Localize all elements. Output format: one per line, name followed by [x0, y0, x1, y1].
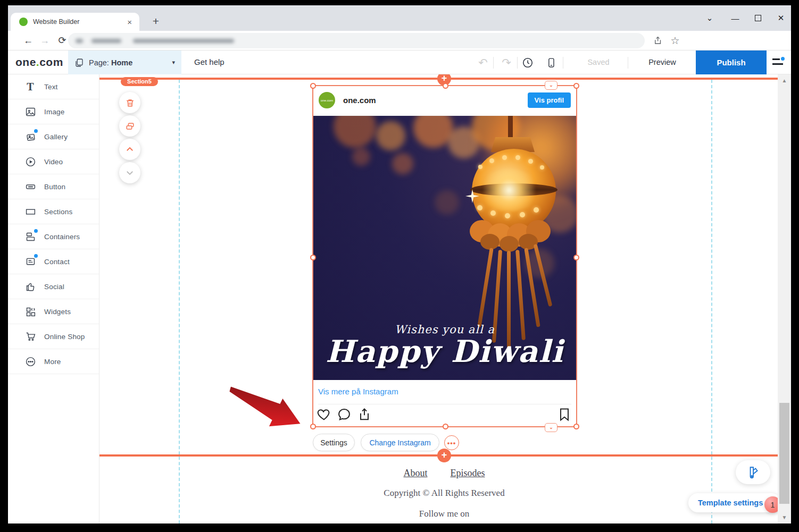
- bookmark-star-icon[interactable]: ☆: [668, 33, 683, 48]
- notification-dot: [34, 129, 38, 133]
- sidebar-item-social[interactable]: Social: [8, 274, 99, 299]
- sidebar-item-more[interactable]: More: [8, 349, 99, 374]
- footer-link-about[interactable]: About: [404, 468, 428, 478]
- sidebar-item-button[interactable]: Button: [8, 174, 99, 199]
- site-footer-links: About Episodes: [99, 468, 778, 479]
- share-post-icon[interactable]: [357, 407, 372, 422]
- scrollbar-thumb[interactable]: [779, 403, 789, 504]
- sidebar-item-label: Containers: [44, 233, 80, 241]
- button-icon: [24, 181, 36, 192]
- preview-button[interactable]: Preview: [644, 58, 681, 66]
- builder-toolbar: one.com Page: Home ▾ Get help ↶ ↷ Saved …: [8, 50, 791, 74]
- trash-icon: [125, 98, 135, 108]
- template-settings-badge: 1: [764, 496, 778, 513]
- cart-icon: [24, 331, 36, 342]
- menu-line: [772, 58, 780, 60]
- sidebar-item-gallery[interactable]: Gallery: [8, 124, 99, 149]
- avatar: one.com: [319, 92, 335, 108]
- page-scrollbar[interactable]: ▲ ▼: [778, 74, 791, 523]
- page-selector[interactable]: Page: Home ▾: [68, 50, 181, 74]
- notification-dot: [34, 229, 38, 233]
- settings-menu-button[interactable]: [772, 57, 785, 67]
- notification-dot: [781, 57, 785, 61]
- greeting-text: Wishes you all a Happy Diwali: [312, 323, 577, 366]
- section-label: Section5: [121, 77, 158, 86]
- sidebar-item-online-shop[interactable]: Online Shop: [8, 324, 99, 349]
- view-profile-button[interactable]: Vis profil: [528, 92, 571, 108]
- move-section-down-button[interactable]: [119, 162, 140, 183]
- sidebar-item-label: Gallery: [44, 133, 68, 141]
- current-page-name: Home: [111, 58, 132, 67]
- change-instagram-button[interactable]: Change Instagram: [361, 434, 439, 451]
- design-panel-button[interactable]: [736, 460, 770, 484]
- sidebar-item-widgets[interactable]: Widgets: [8, 299, 99, 324]
- window-chevron-icon[interactable]: ⌄: [704, 13, 715, 23]
- gallery-icon: [24, 131, 36, 142]
- window-close-button[interactable]: ✕: [775, 13, 787, 23]
- instagram-widget[interactable]: one.com one.com Vis profil: [312, 85, 577, 427]
- redo-button[interactable]: ↷: [498, 55, 514, 71]
- add-section-button-top[interactable]: +: [437, 74, 451, 86]
- reload-button[interactable]: ⟳: [55, 33, 70, 48]
- move-section-up-button[interactable]: [119, 139, 140, 160]
- lantern-rod: [508, 116, 513, 140]
- chevron-up-icon: [125, 145, 135, 154]
- page-selector-label: Page: Home: [89, 58, 132, 67]
- sparkle-icon: [465, 189, 479, 203]
- layout-guide-left: [179, 80, 180, 523]
- sidebar-item-containers[interactable]: Containers: [8, 224, 99, 249]
- bookmark-save-icon[interactable]: [557, 407, 572, 422]
- sidebar-item-label: More: [44, 358, 61, 366]
- add-section-button-bottom[interactable]: +: [437, 449, 451, 462]
- comment-icon[interactable]: [337, 407, 352, 422]
- forward-button[interactable]: →: [37, 33, 52, 48]
- mobile-preview-button[interactable]: [543, 55, 559, 71]
- scroll-up-icon[interactable]: ▲: [778, 78, 791, 83]
- sidebar-item-image[interactable]: Image: [8, 99, 99, 124]
- sidebar-item-label: Button: [44, 183, 65, 191]
- sidebar-item-label: Sections: [44, 208, 72, 216]
- browser-tab[interactable]: Website Builder ×: [11, 13, 139, 31]
- new-tab-button[interactable]: +: [147, 13, 164, 30]
- thumbs-up-icon: [24, 281, 36, 292]
- window-controls: ⌄ — ✕: [704, 5, 787, 31]
- sidebar-item-label: Image: [44, 108, 65, 116]
- scroll-down-icon[interactable]: ▼: [778, 514, 791, 520]
- tab-favicon-icon: [19, 18, 28, 26]
- site-info-icon: [76, 39, 83, 43]
- notification-dot: [34, 254, 38, 258]
- window-minimize-button[interactable]: —: [729, 14, 741, 23]
- more-icon: [24, 356, 36, 367]
- image-icon: [24, 106, 36, 117]
- url-bar[interactable]: [68, 33, 645, 48]
- back-button[interactable]: ←: [21, 33, 36, 48]
- delete-section-button[interactable]: [119, 92, 140, 113]
- publish-button[interactable]: Publish: [696, 50, 767, 74]
- browser-navbar: ← → ⟳ ☆: [8, 31, 791, 50]
- share-icon[interactable]: [651, 33, 665, 48]
- widget-collapse-tag-top[interactable]: ⌄: [545, 81, 557, 90]
- window-maximize-button[interactable]: [755, 15, 761, 21]
- footer-link-episodes[interactable]: Episodes: [451, 468, 485, 478]
- sidebar-item-contact[interactable]: Contact: [8, 249, 99, 274]
- pages-icon: [74, 58, 84, 67]
- like-heart-icon[interactable]: [317, 407, 331, 422]
- red-pointer-arrow: [221, 374, 309, 442]
- sidebar-item-sections[interactable]: Sections: [8, 199, 99, 224]
- sidebar-item-video[interactable]: Video: [8, 149, 99, 174]
- sidebar-item-label: Social: [44, 283, 64, 291]
- instagram-header: one.com one.com Vis profil: [312, 85, 577, 116]
- more-options-button[interactable]: •••: [444, 435, 459, 450]
- layout-guide-right: [711, 80, 712, 523]
- view-more-instagram-link[interactable]: Vis mere på Instagram: [318, 387, 398, 396]
- tab-close-icon[interactable]: ×: [125, 18, 134, 27]
- sidebar-item-text[interactable]: T Text: [8, 74, 99, 99]
- undo-button[interactable]: ↶: [475, 55, 491, 71]
- editor-canvas: Section5 + one.com one.com Vis pr: [99, 74, 778, 523]
- widget-collapse-tag-bottom[interactable]: ⌄: [545, 423, 557, 432]
- settings-button[interactable]: Settings: [313, 434, 355, 451]
- history-button[interactable]: [520, 55, 536, 71]
- get-help-link[interactable]: Get help: [194, 57, 224, 66]
- element-sidebar: T Text Image Gallery Video: [8, 74, 99, 523]
- duplicate-section-button[interactable]: [119, 115, 140, 137]
